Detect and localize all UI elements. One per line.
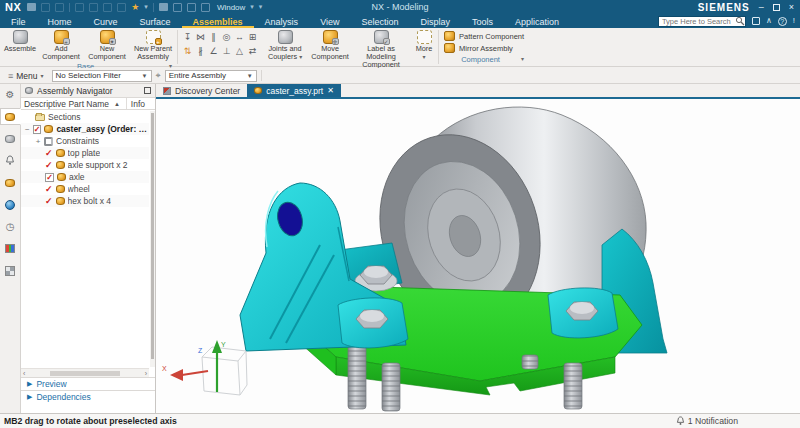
close-button[interactable]: × xyxy=(789,3,794,12)
selection-scope-dropdown[interactable]: Entire Assembly▼ xyxy=(165,70,257,82)
constraint-align-lock-icon[interactable]: ⋈ xyxy=(194,31,207,45)
scroll-right-arrow[interactable]: › xyxy=(145,370,147,377)
constraint-fix-icon[interactable]: ⊞ xyxy=(246,31,259,45)
loaded-check-icon[interactable]: ✓ xyxy=(45,185,53,194)
selection-filter-dropdown[interactable]: No Selection Filter▼ xyxy=(52,70,152,82)
notifications-bell-icon[interactable] xyxy=(2,152,19,169)
horizontal-scrollbar[interactable]: ‹ › xyxy=(21,368,149,377)
constraint-navigator-icon[interactable] xyxy=(2,130,19,147)
alerts-icon[interactable]: ! xyxy=(793,16,795,26)
collapse-expander[interactable]: − xyxy=(25,125,30,134)
window-menu[interactable]: Window xyxy=(217,3,245,12)
command-finder-icon[interactable] xyxy=(752,17,760,25)
mirror-assembly-button[interactable]: Mirror Assembly xyxy=(444,43,524,53)
new-parent-assembly-button[interactable]: + New Parent Assembly xyxy=(130,28,176,61)
favorites-dropdown-caret[interactable]: ▾ xyxy=(144,3,148,11)
constraint-parallel-icon[interactable]: ∥ xyxy=(207,31,220,45)
favorites-star-icon[interactable]: ★ xyxy=(131,2,139,12)
tab-surface[interactable]: Surface xyxy=(129,14,182,28)
constraint-touch-align-icon[interactable]: ↧ xyxy=(181,31,194,45)
loaded-check-icon[interactable]: ✓ xyxy=(45,197,53,206)
column-info[interactable]: Info xyxy=(131,99,145,109)
duplicate-window-icon[interactable] xyxy=(187,3,196,12)
tab-analysis[interactable]: Analysis xyxy=(254,14,310,28)
cut-icon[interactable] xyxy=(75,3,84,12)
constraint-perpendicular-icon[interactable]: ⊥ xyxy=(220,45,233,59)
tree-row-wheel[interactable]: ✓ wheel xyxy=(21,183,149,195)
window-icon[interactable] xyxy=(201,3,210,12)
loaded-check-icon[interactable]: ✓ xyxy=(45,149,53,158)
x-axis-arrow[interactable] xyxy=(170,369,183,381)
scrollbar-thumb[interactable] xyxy=(151,113,154,359)
hex-bolt-front-right[interactable] xyxy=(548,288,618,338)
column-name[interactable]: Descriptive Part Name xyxy=(24,99,109,109)
tree-row-hex-bolt[interactable]: ✓ hex bolt x 4 xyxy=(21,195,149,207)
tab-curve[interactable]: Curve xyxy=(83,14,129,28)
tree-row-caster-assy[interactable]: − ✓ caster_assy (Order: Chronologi... xyxy=(21,123,149,135)
vertical-scrollbar[interactable] xyxy=(150,111,155,367)
more-button[interactable]: More▾ xyxy=(411,28,437,61)
label-as-modeling-component-button[interactable]: ✓ Label as Modeling Component xyxy=(351,28,411,69)
repeat-command-icon[interactable] xyxy=(117,3,126,12)
hex-bolt-front-left[interactable] xyxy=(338,298,408,348)
group-label-component[interactable]: Component▾ xyxy=(440,54,528,66)
sort-ascending-icon[interactable]: ▲ xyxy=(114,101,120,107)
tab-discovery-center[interactable]: Discovery Center xyxy=(156,84,247,97)
tab-assemblies[interactable]: Assemblies xyxy=(182,14,254,28)
minimize-button[interactable]: – xyxy=(759,3,764,12)
tree-row-constraints[interactable]: + Constraints xyxy=(21,135,149,147)
orientation-triad[interactable]: Y X Z xyxy=(162,340,247,395)
history-icon[interactable]: ◷ xyxy=(2,218,19,235)
roles-icon[interactable] xyxy=(2,262,19,279)
assembly-navigator-icon[interactable] xyxy=(0,108,21,125)
component-checkbox[interactable]: ✓ xyxy=(45,173,54,182)
scrollbar-thumb[interactable] xyxy=(50,371,120,376)
redo-icon[interactable] xyxy=(55,3,64,12)
menu-button[interactable]: ≡ Menu ▾ xyxy=(4,71,48,81)
touch-mode-icon[interactable] xyxy=(173,3,182,12)
new-component-button[interactable]: ✦ New Component xyxy=(84,28,130,61)
tab-tools[interactable]: Tools xyxy=(461,14,504,28)
dependencies-section[interactable]: ▶ Dependencies xyxy=(21,390,155,403)
undo-icon[interactable] xyxy=(41,3,50,12)
expand-expander[interactable]: + xyxy=(35,137,41,146)
constraint-bond-icon[interactable]: ⇅ xyxy=(181,45,194,59)
constraint-equal-icon[interactable]: ⇄ xyxy=(246,45,259,59)
tab-home[interactable]: Home xyxy=(37,14,83,28)
constraint-symmetry-icon[interactable]: △ xyxy=(233,45,246,59)
qat-overflow-caret[interactable]: ▾ xyxy=(259,3,263,11)
scroll-left-arrow[interactable]: ‹ xyxy=(23,370,25,377)
tab-caster-assy[interactable]: caster_assy.prt ✕ xyxy=(247,84,341,97)
tab-display[interactable]: Display xyxy=(410,14,462,28)
model-canvas[interactable]: Y X Z xyxy=(156,99,800,413)
voice-command-mic-icon[interactable] xyxy=(159,3,168,11)
constraint-distance-icon[interactable]: ↔ xyxy=(233,31,246,45)
selection-scope-icon[interactable]: ⌖ xyxy=(156,70,161,81)
notification-area[interactable]: 1 Notification xyxy=(676,416,796,426)
tab-selection[interactable]: Selection xyxy=(350,14,409,28)
paste-icon[interactable] xyxy=(103,3,112,12)
preview-section[interactable]: ▶ Preview xyxy=(21,377,155,390)
settings-gear-icon[interactable]: ⚙ xyxy=(2,86,19,103)
tree-row-top-plate[interactable]: ✓ top plate xyxy=(21,147,149,159)
web-browser-icon[interactable] xyxy=(2,196,19,213)
reuse-library-icon[interactable] xyxy=(2,174,19,191)
system-materials-icon[interactable] xyxy=(2,240,19,257)
copy-icon[interactable] xyxy=(89,3,98,12)
window-dropdown-caret[interactable]: ▾ xyxy=(250,3,254,11)
search-icon[interactable] xyxy=(735,16,745,26)
move-component-button[interactable]: ✛ Move Component xyxy=(309,28,351,61)
constraint-concentric-icon[interactable]: ◎ xyxy=(220,31,233,45)
tab-file[interactable]: File xyxy=(0,14,37,28)
tree-row-sections[interactable]: Sections xyxy=(21,111,149,123)
restore-button[interactable] xyxy=(773,4,780,11)
undock-panel-icon[interactable] xyxy=(144,87,151,94)
constraint-angle-icon[interactable]: ∠ xyxy=(207,45,220,59)
tab-view[interactable]: View xyxy=(309,14,350,28)
minimize-ribbon-icon[interactable]: ∧ xyxy=(766,16,772,26)
tab-application[interactable]: Application xyxy=(504,14,570,28)
constraint-center-icon[interactable]: ∦ xyxy=(194,45,207,59)
search-input[interactable] xyxy=(659,17,735,26)
add-component-button[interactable]: + Add Component xyxy=(38,28,84,61)
close-tab-icon[interactable]: ✕ xyxy=(327,86,334,95)
